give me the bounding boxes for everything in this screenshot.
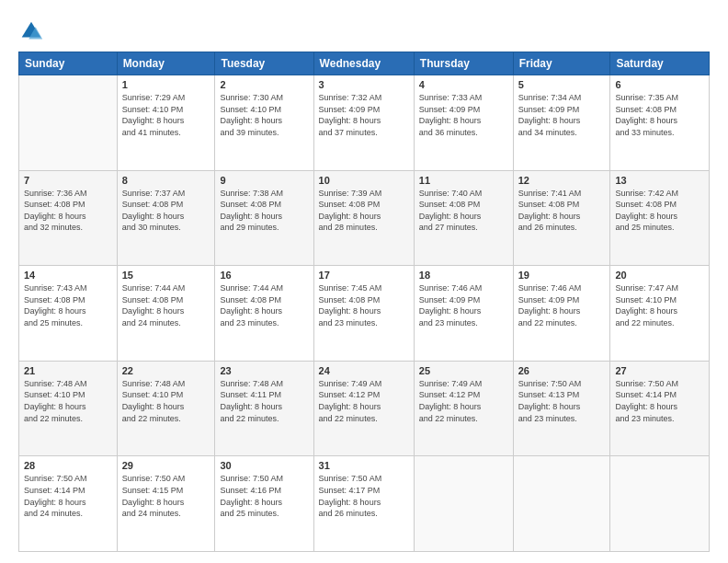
calendar-cell bbox=[19, 75, 118, 171]
day-number: 8 bbox=[122, 175, 210, 186]
day-number: 19 bbox=[518, 270, 606, 281]
calendar-cell: 8Sunrise: 7:37 AMSunset: 4:08 PMDaylight… bbox=[117, 170, 215, 266]
day-info: Sunrise: 7:50 AMSunset: 4:16 PMDaylight:… bbox=[220, 473, 308, 519]
calendar-header-monday: Monday bbox=[117, 52, 215, 75]
calendar-cell: 7Sunrise: 7:36 AMSunset: 4:08 PMDaylight… bbox=[19, 170, 118, 266]
day-info: Sunrise: 7:43 AMSunset: 4:08 PMDaylight:… bbox=[24, 282, 112, 328]
calendar-cell: 17Sunrise: 7:45 AMSunset: 4:08 PMDayligh… bbox=[313, 266, 414, 362]
calendar-cell: 31Sunrise: 7:50 AMSunset: 4:17 PMDayligh… bbox=[313, 456, 414, 552]
day-number: 12 bbox=[518, 175, 606, 186]
calendar-cell: 1Sunrise: 7:29 AMSunset: 4:10 PMDaylight… bbox=[117, 75, 215, 171]
calendar-week-4: 21Sunrise: 7:48 AMSunset: 4:10 PMDayligh… bbox=[19, 361, 710, 456]
calendar-week-3: 14Sunrise: 7:43 AMSunset: 4:08 PMDayligh… bbox=[19, 266, 710, 362]
calendar-cell: 5Sunrise: 7:34 AMSunset: 4:09 PMDaylight… bbox=[513, 75, 610, 171]
calendar-week-1: 1Sunrise: 7:29 AMSunset: 4:10 PMDaylight… bbox=[19, 75, 710, 171]
calendar-week-5: 28Sunrise: 7:50 AMSunset: 4:14 PMDayligh… bbox=[19, 456, 710, 552]
day-number: 2 bbox=[220, 79, 308, 90]
day-info: Sunrise: 7:50 AMSunset: 4:17 PMDaylight:… bbox=[319, 473, 409, 519]
day-info: Sunrise: 7:48 AMSunset: 4:11 PMDaylight:… bbox=[220, 378, 308, 424]
logo bbox=[18, 18, 46, 44]
day-info: Sunrise: 7:38 AMSunset: 4:08 PMDaylight:… bbox=[220, 188, 308, 234]
day-number: 7 bbox=[24, 175, 112, 186]
calendar-cell: 2Sunrise: 7:30 AMSunset: 4:10 PMDaylight… bbox=[215, 75, 313, 171]
header bbox=[18, 15, 710, 44]
day-number: 31 bbox=[319, 460, 409, 471]
day-info: Sunrise: 7:49 AMSunset: 4:12 PMDaylight:… bbox=[419, 378, 508, 424]
day-number: 6 bbox=[615, 79, 704, 90]
day-number: 20 bbox=[615, 270, 704, 281]
calendar-week-2: 7Sunrise: 7:36 AMSunset: 4:08 PMDaylight… bbox=[19, 170, 710, 266]
day-info: Sunrise: 7:33 AMSunset: 4:09 PMDaylight:… bbox=[419, 92, 508, 138]
calendar-cell: 11Sunrise: 7:40 AMSunset: 4:08 PMDayligh… bbox=[414, 170, 513, 266]
calendar-cell: 25Sunrise: 7:49 AMSunset: 4:12 PMDayligh… bbox=[414, 361, 513, 456]
day-number: 23 bbox=[220, 365, 308, 376]
calendar-cell: 9Sunrise: 7:38 AMSunset: 4:08 PMDaylight… bbox=[215, 170, 313, 266]
calendar-cell: 15Sunrise: 7:44 AMSunset: 4:08 PMDayligh… bbox=[117, 266, 215, 362]
day-number: 9 bbox=[220, 175, 308, 186]
page: SundayMondayTuesdayWednesdayThursdayFrid… bbox=[0, 0, 728, 563]
calendar-cell: 24Sunrise: 7:49 AMSunset: 4:12 PMDayligh… bbox=[313, 361, 414, 456]
calendar-cell: 18Sunrise: 7:46 AMSunset: 4:09 PMDayligh… bbox=[414, 266, 513, 362]
day-info: Sunrise: 7:42 AMSunset: 4:08 PMDaylight:… bbox=[615, 188, 704, 234]
day-info: Sunrise: 7:46 AMSunset: 4:09 PMDaylight:… bbox=[419, 282, 508, 328]
day-info: Sunrise: 7:32 AMSunset: 4:09 PMDaylight:… bbox=[319, 92, 409, 138]
day-number: 27 bbox=[615, 365, 704, 376]
calendar-header-friday: Friday bbox=[513, 52, 610, 75]
calendar-table: SundayMondayTuesdayWednesdayThursdayFrid… bbox=[18, 52, 710, 552]
calendar-cell: 13Sunrise: 7:42 AMSunset: 4:08 PMDayligh… bbox=[610, 170, 710, 266]
day-info: Sunrise: 7:40 AMSunset: 4:08 PMDaylight:… bbox=[419, 188, 508, 234]
calendar-header-sunday: Sunday bbox=[19, 52, 118, 75]
calendar-cell: 27Sunrise: 7:50 AMSunset: 4:14 PMDayligh… bbox=[610, 361, 710, 456]
calendar-cell: 12Sunrise: 7:41 AMSunset: 4:08 PMDayligh… bbox=[513, 170, 610, 266]
calendar-cell: 3Sunrise: 7:32 AMSunset: 4:09 PMDaylight… bbox=[313, 75, 414, 171]
day-info: Sunrise: 7:36 AMSunset: 4:08 PMDaylight:… bbox=[24, 188, 112, 234]
day-info: Sunrise: 7:41 AMSunset: 4:08 PMDaylight:… bbox=[518, 188, 606, 234]
calendar-cell: 14Sunrise: 7:43 AMSunset: 4:08 PMDayligh… bbox=[19, 266, 118, 362]
calendar-cell bbox=[414, 456, 513, 552]
calendar-header-row: SundayMondayTuesdayWednesdayThursdayFrid… bbox=[19, 52, 710, 75]
day-info: Sunrise: 7:50 AMSunset: 4:14 PMDaylight:… bbox=[24, 473, 112, 519]
day-number: 28 bbox=[24, 460, 112, 471]
day-number: 24 bbox=[319, 365, 409, 376]
calendar-cell: 30Sunrise: 7:50 AMSunset: 4:16 PMDayligh… bbox=[215, 456, 313, 552]
day-info: Sunrise: 7:48 AMSunset: 4:10 PMDaylight:… bbox=[24, 378, 112, 424]
day-number: 13 bbox=[615, 175, 704, 186]
day-number: 29 bbox=[122, 460, 210, 471]
calendar-cell: 10Sunrise: 7:39 AMSunset: 4:08 PMDayligh… bbox=[313, 170, 414, 266]
day-info: Sunrise: 7:37 AMSunset: 4:08 PMDaylight:… bbox=[122, 188, 210, 234]
day-number: 15 bbox=[122, 270, 210, 281]
calendar-cell: 20Sunrise: 7:47 AMSunset: 4:10 PMDayligh… bbox=[610, 266, 710, 362]
calendar-cell: 19Sunrise: 7:46 AMSunset: 4:09 PMDayligh… bbox=[513, 266, 610, 362]
calendar-header-saturday: Saturday bbox=[610, 52, 710, 75]
day-number: 30 bbox=[220, 460, 308, 471]
calendar-cell: 29Sunrise: 7:50 AMSunset: 4:15 PMDayligh… bbox=[117, 456, 215, 552]
calendar-cell: 22Sunrise: 7:48 AMSunset: 4:10 PMDayligh… bbox=[117, 361, 215, 456]
day-number: 22 bbox=[122, 365, 210, 376]
day-info: Sunrise: 7:49 AMSunset: 4:12 PMDaylight:… bbox=[319, 378, 409, 424]
day-number: 10 bbox=[319, 175, 409, 186]
day-number: 5 bbox=[518, 79, 606, 90]
day-info: Sunrise: 7:50 AMSunset: 4:13 PMDaylight:… bbox=[518, 378, 606, 424]
day-number: 1 bbox=[122, 79, 210, 90]
calendar-header-thursday: Thursday bbox=[414, 52, 513, 75]
day-info: Sunrise: 7:50 AMSunset: 4:15 PMDaylight:… bbox=[122, 473, 210, 519]
day-number: 18 bbox=[419, 270, 508, 281]
day-info: Sunrise: 7:44 AMSunset: 4:08 PMDaylight:… bbox=[220, 282, 308, 328]
calendar-cell: 4Sunrise: 7:33 AMSunset: 4:09 PMDaylight… bbox=[414, 75, 513, 171]
calendar-cell: 21Sunrise: 7:48 AMSunset: 4:10 PMDayligh… bbox=[19, 361, 118, 456]
calendar-cell: 26Sunrise: 7:50 AMSunset: 4:13 PMDayligh… bbox=[513, 361, 610, 456]
day-info: Sunrise: 7:46 AMSunset: 4:09 PMDaylight:… bbox=[518, 282, 606, 328]
day-number: 3 bbox=[319, 79, 409, 90]
logo-icon bbox=[18, 18, 44, 44]
calendar-cell: 6Sunrise: 7:35 AMSunset: 4:08 PMDaylight… bbox=[610, 75, 710, 171]
calendar-cell bbox=[610, 456, 710, 552]
day-number: 25 bbox=[419, 365, 508, 376]
calendar-header-wednesday: Wednesday bbox=[313, 52, 414, 75]
day-info: Sunrise: 7:29 AMSunset: 4:10 PMDaylight:… bbox=[122, 92, 210, 138]
day-info: Sunrise: 7:47 AMSunset: 4:10 PMDaylight:… bbox=[615, 282, 704, 328]
day-number: 21 bbox=[24, 365, 112, 376]
day-info: Sunrise: 7:30 AMSunset: 4:10 PMDaylight:… bbox=[220, 92, 308, 138]
calendar-cell bbox=[513, 456, 610, 552]
calendar-cell: 23Sunrise: 7:48 AMSunset: 4:11 PMDayligh… bbox=[215, 361, 313, 456]
day-number: 26 bbox=[518, 365, 606, 376]
